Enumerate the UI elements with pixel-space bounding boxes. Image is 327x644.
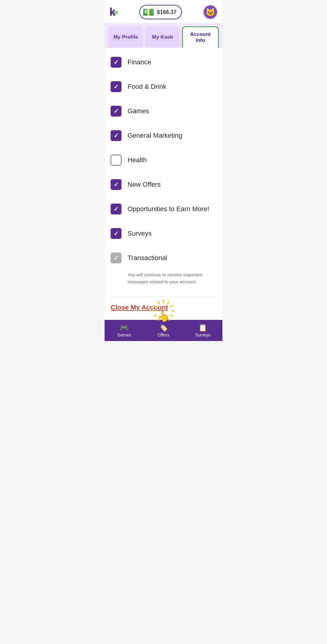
checkbox-general-marketing[interactable]: ✓ General Marketing (111, 124, 216, 148)
checkbox-health-box[interactable] (111, 155, 121, 166)
avatar[interactable]: 🐱 (203, 5, 218, 19)
checkbox-transactional-label: Transactional (128, 254, 167, 262)
checkbox-games-label: Games (128, 107, 149, 115)
checkbox-general-marketing-label: General Marketing (128, 132, 182, 140)
checkmark-new-offers: ✓ (114, 182, 119, 188)
checkbox-health-label: Health (128, 156, 147, 164)
checkbox-new-offers-box[interactable]: ✓ (111, 179, 121, 190)
tab-account-info[interactable]: Account Info (182, 26, 219, 48)
avatar-face: 🐱 (206, 8, 215, 17)
checkbox-new-offers[interactable]: ✓ New Offers (111, 172, 216, 197)
checkbox-health[interactable]: Health (111, 148, 216, 172)
balance-amount: $166.37 (157, 9, 176, 15)
transactional-note: You will continue to receive important m… (111, 270, 216, 291)
logo-area: k « (109, 7, 118, 18)
checkbox-transactional-box: ✓ (111, 253, 121, 263)
balance-pill[interactable]: 💵 $166.37 (139, 5, 182, 19)
content-area: ✓ Finance ✓ Food & Drink ✓ Games ✓ Gener… (105, 48, 222, 320)
header: k « 💵 $166.37 🐱 (105, 0, 222, 23)
money-icon: 💵 (142, 7, 154, 17)
tab-my-kash[interactable]: My Kash (145, 26, 180, 48)
checkbox-games-box[interactable]: ✓ (111, 106, 121, 117)
checkmark-transactional: ✓ (114, 255, 119, 261)
nav-surveys-label: Surveys (195, 333, 211, 337)
checkbox-food-drink-box[interactable]: ✓ (111, 81, 121, 92)
checkmark-general-marketing: ✓ (114, 133, 119, 139)
checkmark-opportunities: ✓ (114, 206, 119, 212)
checkbox-transactional[interactable]: ✓ Transactional (111, 246, 216, 270)
logo-chevrons: « (114, 8, 118, 16)
checkmark-surveys: ✓ (114, 230, 119, 237)
tabs-container: My Profile My Kash Account Info (105, 23, 222, 48)
surveys-nav-icon: 📋 (198, 324, 207, 331)
section-divider (111, 296, 216, 296)
offers-nav-icon: 🏷️ (159, 324, 168, 331)
checkmark-finance: ✓ (114, 59, 119, 65)
nav-offers[interactable]: 🏷️ Offers (144, 320, 183, 341)
checkbox-finance-box[interactable]: ✓ (111, 57, 121, 68)
checkbox-general-marketing-box[interactable]: ✓ (111, 130, 121, 141)
checkbox-finance-label: Finance (128, 58, 151, 66)
checkbox-finance[interactable]: ✓ Finance (111, 50, 216, 75)
checkmark-games: ✓ (114, 108, 119, 114)
checkbox-opportunities-label: Opportunities to Earn More! (128, 205, 209, 213)
nav-games-label: Games (117, 333, 131, 337)
nav-games[interactable]: 🎮 Games (105, 320, 144, 341)
checkbox-food-drink[interactable]: ✓ Food & Drink (111, 75, 216, 99)
games-nav-icon: 🎮 (120, 324, 129, 331)
checkbox-opportunities[interactable]: ✓ Opportunities to Earn More! (111, 197, 216, 221)
checkbox-surveys-label: Surveys (128, 230, 151, 237)
checkbox-games[interactable]: ✓ Games (111, 99, 216, 124)
nav-surveys[interactable]: 📋 Surveys (183, 320, 222, 341)
bottom-nav: 🎮 Games 🏷️ Offers 📋 Surveys (105, 320, 222, 341)
checkbox-opportunities-box[interactable]: ✓ (111, 204, 121, 214)
checkbox-surveys[interactable]: ✓ Surveys (111, 221, 216, 246)
checkmark-food-drink: ✓ (114, 84, 119, 90)
checkbox-surveys-box[interactable]: ✓ (111, 228, 121, 239)
checkbox-new-offers-label: New Offers (128, 181, 161, 188)
nav-offers-label: Offers (158, 333, 169, 337)
phone-container: k « 💵 $166.37 🐱 My Profile My Kash Accou… (105, 0, 222, 341)
close-account-link[interactable]: Close My Account (111, 301, 168, 314)
checkbox-food-drink-label: Food & Drink (128, 83, 166, 91)
tab-my-profile[interactable]: My Profile (108, 26, 143, 48)
